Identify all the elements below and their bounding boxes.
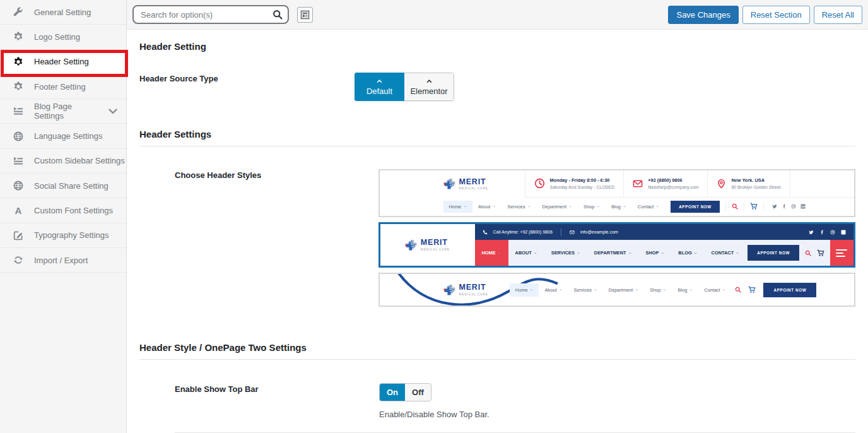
hours-line1: Monday - Friday 8:00 - 6:30 xyxy=(550,177,615,184)
nav-item: About xyxy=(539,283,568,297)
sidebar-item-logo-setting[interactable]: Logo Setting xyxy=(0,25,126,49)
field-header-source-type: Header Source Type Default Elementor xyxy=(139,73,855,101)
header-style-option-2-selected[interactable]: MERIT MEDICAL CARE Call Anytime: +92 (88… xyxy=(378,222,856,268)
sidebar-item-custom-font-settings[interactable]: Custom Font Settings xyxy=(0,198,126,223)
envelope-icon xyxy=(633,179,643,189)
nav-item: Services xyxy=(568,283,603,297)
preview1-topbar: MERIT MEDICAL CARE Monday - Friday 8:00 … xyxy=(380,170,855,198)
cart-icon xyxy=(750,203,758,210)
chevron-down-icon xyxy=(108,106,118,116)
address-street: 80 Broklyn Golden Street xyxy=(731,184,780,190)
call-anytime-text: Call Anytime: +92 (8800) 9806 xyxy=(493,230,553,234)
sidebar-item-typography-settings[interactable]: Typography Settings xyxy=(0,223,126,248)
hours-line2: Saturday And Sunday - CLOSED xyxy=(550,184,615,190)
gear-icon xyxy=(13,57,23,67)
map-pin-icon xyxy=(717,179,726,189)
options-toolbar: Save Changes Reset Section Reset All xyxy=(127,0,868,30)
address-block: New York. USA 80 Broklyn Golden Street xyxy=(707,170,789,197)
phone-number: +92 (8800) 9806 xyxy=(648,177,698,184)
sidebar-item-label: Footer Setting xyxy=(34,82,86,92)
nav-item: Home xyxy=(510,283,539,297)
sidebar-item-label: Language Settings xyxy=(34,131,102,141)
nav-item: BLOG xyxy=(671,250,704,256)
sidebar-item-label: General Setting xyxy=(34,8,91,17)
refresh-icon xyxy=(13,255,23,265)
settings-sidebar: General Setting Logo Setting Header Sett… xyxy=(0,0,127,433)
nav-item: Department xyxy=(603,283,645,297)
header-style-option-1[interactable]: MERIT MEDICAL CARE Monday - Friday 8:00 … xyxy=(378,169,856,217)
field-description: Enable/Disable Show Top Bar. xyxy=(379,410,490,419)
medical-cross-icon xyxy=(443,177,456,190)
gear-icon xyxy=(13,32,23,42)
nav-item: Blog xyxy=(672,283,698,297)
edit-icon xyxy=(13,230,23,240)
sidebar-item-language-settings[interactable]: Language Settings xyxy=(0,124,126,148)
nav-item: SERVICES xyxy=(544,250,587,256)
brand-tagline: MEDICAL CARE xyxy=(459,293,488,296)
preview1-nav: Home About Services Department Shop Blog… xyxy=(380,198,855,216)
list-icon xyxy=(13,106,23,116)
envelope-icon xyxy=(570,230,575,235)
email-address: Needhelp@company.com xyxy=(648,184,698,190)
divider xyxy=(763,202,764,211)
panel-layout-icon xyxy=(300,10,310,20)
source-option-elementor[interactable]: Elementor xyxy=(404,73,454,101)
facebook-icon xyxy=(782,204,787,209)
nav-item: Home xyxy=(443,201,473,213)
twitter-icon xyxy=(809,230,814,235)
sidebar-item-general-setting[interactable]: General Setting xyxy=(0,0,126,25)
linkedin-icon xyxy=(801,204,806,209)
source-option-default[interactable]: Default xyxy=(355,73,404,101)
header-style-options: MERIT MEDICAL CARE Monday - Friday 8:00 … xyxy=(378,169,856,307)
save-changes-button[interactable]: Save Changes xyxy=(668,6,738,24)
nav-item: Shop xyxy=(644,283,672,297)
header-style-option-3[interactable]: MERIT MEDICAL CARE Home About Services D… xyxy=(378,273,856,307)
show-top-bar-toggle: On Off xyxy=(379,383,431,401)
linkedin-icon xyxy=(841,230,846,235)
dribbble-icon xyxy=(830,230,835,235)
appoint-now-button: APPOINT NOW xyxy=(671,201,720,213)
settings-content: Header Setting Header Source Type Defaul… xyxy=(127,30,868,433)
toggle-layout-button[interactable] xyxy=(297,7,313,23)
nav-item: Services xyxy=(501,201,536,213)
toolbar-actions: Save Changes Reset Section Reset All xyxy=(668,6,862,24)
brand-name: MERIT xyxy=(459,283,488,292)
field-label: Choose Header Styles xyxy=(139,169,378,180)
medical-cross-icon xyxy=(405,239,418,251)
toggle-on-button[interactable]: On xyxy=(380,384,405,401)
sidebar-item-label: Import / Export xyxy=(34,256,88,265)
merit-logo: MERIT MEDICAL CARE xyxy=(380,170,525,198)
sidebar-item-label: Logo Setting xyxy=(34,32,80,42)
sidebar-item-social-share-setting[interactable]: Social Share Setting xyxy=(0,174,126,198)
cart-icon xyxy=(748,286,756,294)
globe-icon xyxy=(13,131,23,141)
letter-a-icon xyxy=(13,206,23,216)
sidebar-item-footer-setting[interactable]: Footer Setting xyxy=(0,74,126,99)
nav-item: Blog xyxy=(606,201,632,213)
sidebar-item-blog-page-settings[interactable]: Blog Page Settings xyxy=(0,99,126,124)
nav-item: Department xyxy=(537,201,578,213)
cart-icon xyxy=(817,249,824,257)
reset-all-button[interactable]: Reset All xyxy=(814,6,862,24)
search-input[interactable] xyxy=(132,5,289,24)
sidebar-item-label: Custom Font Settings xyxy=(34,206,113,215)
sidebar-item-header-setting[interactable]: Header Setting xyxy=(0,50,126,74)
divider xyxy=(744,202,744,211)
section-divider xyxy=(139,359,855,360)
email-address: info@example.com xyxy=(580,230,618,234)
medical-cross-icon xyxy=(443,283,456,296)
preview2-nav: HOME ABOUT SERVICES DEPARTMENT SHOP BLOG… xyxy=(475,240,854,266)
sidebar-item-label: Custom Sidebar Settings xyxy=(34,156,125,165)
caret-up-icon xyxy=(377,78,382,84)
field-label: Enable Show Top Bar xyxy=(139,383,379,394)
nav-item: CONTACT xyxy=(705,250,746,256)
twitter-icon xyxy=(772,204,777,209)
toggle-off-button[interactable]: Off xyxy=(405,384,431,401)
spacer xyxy=(790,170,854,197)
sidebar-item-custom-sidebar-settings[interactable]: Custom Sidebar Settings xyxy=(0,149,126,174)
reset-section-button[interactable]: Reset Section xyxy=(742,6,810,24)
section-title-onepage-two: Header Style / OnePage Two Settings xyxy=(139,342,855,353)
hours-block: Monday - Friday 8:00 - 6:30 Saturday And… xyxy=(525,170,624,197)
sidebar-item-import-export[interactable]: Import / Export xyxy=(0,248,126,273)
nav-item: About xyxy=(472,201,501,213)
